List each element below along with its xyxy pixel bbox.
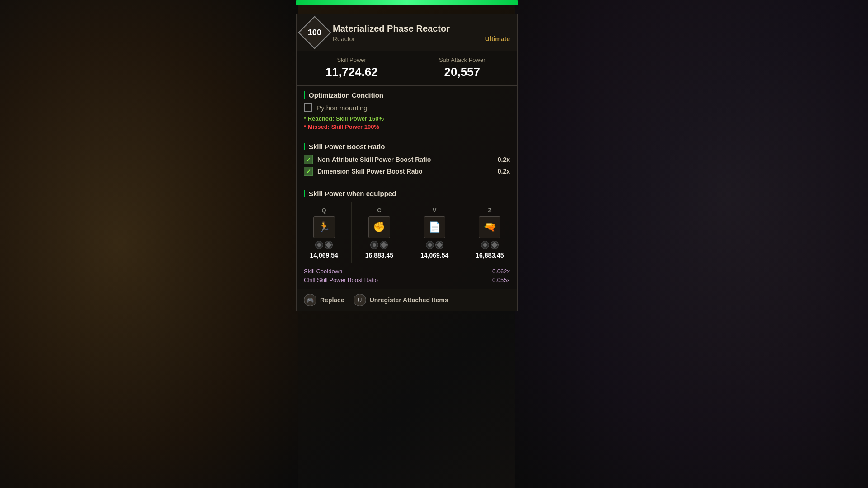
skill-slot-c: C ✊ 16,883.45 — [352, 202, 407, 263]
item-panel: 100 Materialized Phase Reactor Reactor U… — [296, 14, 518, 311]
reached-text: * Reached: Skill Power — [304, 115, 367, 122]
replace-button[interactable]: 🎮 Replace — [304, 294, 344, 306]
skill-power-value: 11,724.62 — [304, 65, 400, 79]
sub-attack-value: 20,557 — [415, 65, 510, 79]
panel-footer: 🎮 Replace U Unregister Attached Items — [297, 289, 517, 311]
boost-value-2: 0.2x — [498, 168, 510, 175]
bottom-stat-row-2: Chill Skill Power Boost Ratio 0.055x — [304, 277, 510, 283]
sub-attack-label: Sub Attack Power — [415, 56, 510, 63]
header-text: Materialized Phase Reactor Reactor Ultim… — [333, 23, 510, 42]
boost-label-2: Dimension Skill Power Boost Ratio — [317, 168, 493, 175]
missed-text: * Missed: Skill Power — [304, 123, 363, 130]
skill-power-label: Skill Power — [304, 56, 400, 63]
condition-row: Python mounting — [304, 103, 510, 112]
skill-power-q: 14,069.54 — [299, 252, 349, 259]
skill-key-z: Z — [465, 207, 514, 214]
bottom-stat-row-1: Skill Cooldown -0.062x — [304, 268, 510, 275]
skill-icon-v: 📄 — [424, 216, 445, 238]
skill-slot-v: V 📄 14,069.54 — [407, 202, 462, 263]
item-name: Materialized Phase Reactor — [333, 23, 510, 34]
skill-power-block: Skill Power 11,724.62 — [297, 51, 407, 85]
boost-item-2: Dimension Skill Power Boost Ratio 0.2x — [304, 167, 510, 176]
skill-equipped-section: Skill Power when equipped — [297, 184, 517, 197]
cooldown-label: Skill Cooldown — [304, 268, 342, 275]
skill-icon-c: ✊ — [368, 216, 390, 238]
skill-key-q: Q — [299, 207, 349, 214]
skill-key-c: C — [354, 207, 404, 214]
skill-mods-z — [465, 241, 514, 249]
skill-mods-c — [354, 241, 404, 249]
unregister-key-icon: U — [354, 294, 366, 306]
replace-label: Replace — [320, 296, 344, 304]
mod-circle-q1 — [315, 241, 323, 249]
sub-attack-block: Sub Attack Power 20,557 — [407, 51, 518, 85]
item-subtitle: Reactor Ultimate — [333, 35, 510, 42]
replace-key-icon: 🎮 — [304, 294, 316, 306]
mod-circle-c1 — [370, 241, 378, 249]
skill-icon-q: 🏃 — [313, 216, 335, 238]
item-type: Reactor — [333, 35, 355, 42]
skill-mods-v — [410, 241, 459, 249]
chill-label: Chill Skill Power Boost Ratio — [304, 277, 378, 283]
panel-header: 100 Materialized Phase Reactor Reactor U… — [297, 14, 517, 51]
skill-power-c: 16,883.45 — [354, 252, 404, 259]
mod-diamond-z1 — [491, 241, 499, 249]
boost-item-1: Non-Attribute Skill Power Boost Ratio 0.… — [304, 155, 510, 164]
item-rarity: Ultimate — [485, 35, 510, 42]
condition-label: Python mounting — [316, 104, 368, 112]
mod-diamond-q1 — [325, 241, 333, 249]
mod-circle-z1 — [481, 241, 489, 249]
chill-value: 0.055x — [492, 277, 510, 283]
boost-ratio-section: Skill Power Boost Ratio Non-Attribute Sk… — [297, 137, 517, 184]
optimization-title: Optimization Condition — [304, 91, 510, 99]
skill-icon-z: 🔫 — [479, 216, 500, 238]
bottom-stats: Skill Cooldown -0.062x Chill Skill Power… — [297, 263, 517, 289]
background-character — [0, 0, 298, 488]
skill-key-v: V — [410, 207, 459, 214]
green-top-bar — [296, 0, 518, 5]
condition-checkbox[interactable] — [304, 103, 312, 112]
cooldown-value: -0.062x — [491, 268, 510, 275]
skill-slot-q: Q 🏃 14,069.54 — [297, 202, 352, 263]
stats-section: Skill Power 11,724.62 Sub Attack Power 2… — [297, 51, 517, 86]
missed-note: * Missed: Skill Power 100% — [304, 123, 510, 130]
optimization-section: Optimization Condition Python mounting *… — [297, 86, 517, 137]
unregister-label: Unregister Attached Items — [370, 296, 448, 304]
reached-percent: 160% — [369, 115, 384, 122]
unregister-button[interactable]: U Unregister Attached Items — [354, 294, 448, 306]
skill-slot-z: Z 🔫 16,883.45 — [462, 202, 517, 263]
mod-diamond-v1 — [435, 241, 443, 249]
skill-power-v: 14,069.54 — [410, 252, 459, 259]
reached-note: * Reached: Skill Power 160% — [304, 115, 510, 122]
background-right — [515, 0, 868, 488]
skill-power-z: 16,883.45 — [465, 252, 514, 259]
boost-value-1: 0.2x — [498, 156, 510, 163]
checkmark-icon-1 — [304, 155, 313, 164]
checkmark-icon-2 — [304, 167, 313, 176]
skill-mods-q — [299, 241, 349, 249]
level-badge: 100 — [298, 16, 331, 49]
boost-label-1: Non-Attribute Skill Power Boost Ratio — [317, 156, 493, 163]
mod-circle-v1 — [426, 241, 434, 249]
skill-grid: Q 🏃 14,069.54 C ✊ 16,883.45 V 📄 14 — [297, 202, 517, 263]
level-number: 100 — [308, 28, 321, 37]
boost-ratio-title: Skill Power Boost Ratio — [304, 143, 510, 150]
missed-percent: 100% — [364, 123, 379, 130]
skill-equipped-title: Skill Power when equipped — [304, 190, 510, 197]
mod-diamond-c1 — [380, 241, 388, 249]
